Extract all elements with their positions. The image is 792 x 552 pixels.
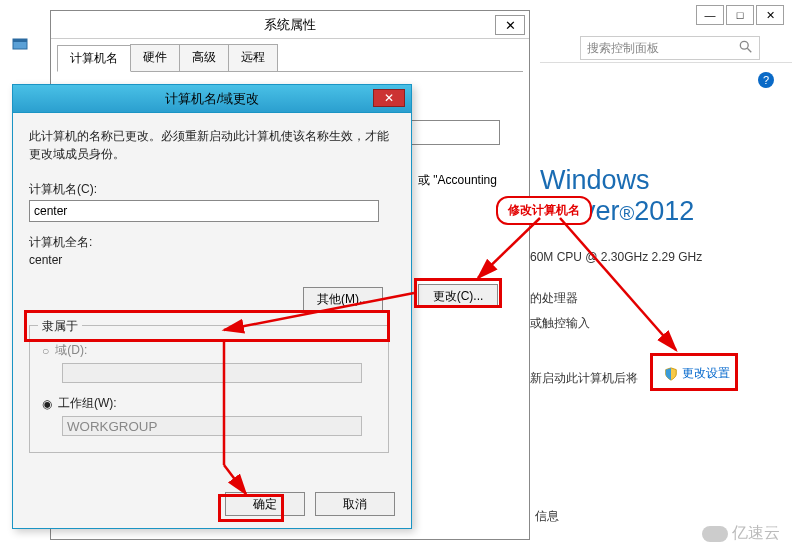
rename-title: 计算机名/域更改 bbox=[165, 90, 260, 108]
rename-message: 此计算机的名称已更改。必须重新启动此计算机使该名称生效，才能更改域成员身份。 bbox=[29, 127, 395, 163]
tab-computer-name[interactable]: 计算机名 bbox=[57, 45, 131, 72]
watermark: 亿速云 bbox=[702, 523, 780, 544]
search-icon bbox=[739, 40, 753, 57]
minimize-button[interactable]: — bbox=[696, 5, 724, 25]
close-button[interactable]: ✕ bbox=[756, 5, 784, 25]
annotation-callout: 修改计算机名 bbox=[496, 196, 592, 225]
svg-line-3 bbox=[747, 48, 751, 52]
workgroup-input bbox=[62, 416, 362, 436]
change-settings-label: 更改设置 bbox=[682, 365, 730, 382]
touch-info: 或触控输入 bbox=[530, 315, 590, 332]
domain-radio[interactable]: ○ 域(D): bbox=[42, 342, 376, 359]
tab-remote[interactable]: 远程 bbox=[228, 44, 278, 71]
computer-name-input[interactable] bbox=[29, 200, 379, 222]
rename-dialog: 计算机名/域更改 ✕ 此计算机的名称已更改。必须重新启动此计算机使该名称生效，才… bbox=[12, 84, 412, 529]
bg-message: 信息 bbox=[535, 508, 559, 525]
change-settings-link[interactable]: 更改设置 bbox=[664, 365, 730, 382]
divider bbox=[540, 62, 792, 63]
window-icon bbox=[12, 36, 28, 52]
search-placeholder: 搜索控制面板 bbox=[587, 40, 659, 57]
ok-button[interactable]: 确定 bbox=[225, 492, 305, 516]
maximize-button[interactable]: □ bbox=[726, 5, 754, 25]
cpu-info: 60M CPU @ 2.30GHz 2.29 GHz bbox=[530, 250, 702, 264]
workgroup-label: 工作组(W): bbox=[58, 395, 117, 412]
accounting-hint: 或 "Accounting bbox=[418, 172, 497, 189]
computer-name-label: 计算机名(C): bbox=[29, 181, 395, 198]
domain-label: 域(D): bbox=[55, 342, 87, 359]
change-button[interactable]: 更改(C)... bbox=[418, 284, 498, 308]
rename-close-button[interactable]: ✕ bbox=[373, 89, 405, 107]
sysprops-tabs: 计算机名 硬件 高级 远程 bbox=[57, 44, 523, 72]
radio-icon: ○ bbox=[42, 344, 49, 358]
help-icon[interactable]: ? bbox=[758, 72, 774, 88]
membership-group: 隶属于 ○ 域(D): ◉ 工作组(W): bbox=[29, 325, 389, 453]
domain-input bbox=[62, 363, 362, 383]
other-button[interactable]: 其他(M)... bbox=[303, 287, 383, 311]
cancel-button[interactable]: 取消 bbox=[315, 492, 395, 516]
sysprops-title-bar: 系统属性 ✕ bbox=[51, 11, 529, 39]
processor-info: 的处理器 bbox=[530, 290, 578, 307]
svg-point-2 bbox=[740, 41, 748, 49]
sysprops-title: 系统属性 bbox=[264, 16, 316, 34]
shield-icon bbox=[664, 367, 678, 381]
window-controls: — □ ✕ bbox=[696, 5, 784, 25]
radio-icon: ◉ bbox=[42, 397, 52, 411]
cloud-icon bbox=[702, 526, 728, 542]
membership-legend: 隶属于 bbox=[38, 318, 82, 335]
tab-advanced[interactable]: 高级 bbox=[179, 44, 229, 71]
workgroup-radio[interactable]: ◉ 工作组(W): bbox=[42, 395, 376, 412]
search-input[interactable]: 搜索控制面板 bbox=[580, 36, 760, 60]
full-name-value: center bbox=[29, 253, 395, 267]
svg-rect-1 bbox=[13, 39, 27, 42]
tab-hardware[interactable]: 硬件 bbox=[130, 44, 180, 71]
rename-title-bar[interactable]: 计算机名/域更改 ✕ bbox=[13, 85, 411, 113]
full-name-label: 计算机全名: bbox=[29, 234, 395, 251]
restart-note: 新启动此计算机后将 bbox=[530, 370, 638, 387]
sysprops-close-button[interactable]: ✕ bbox=[495, 15, 525, 35]
